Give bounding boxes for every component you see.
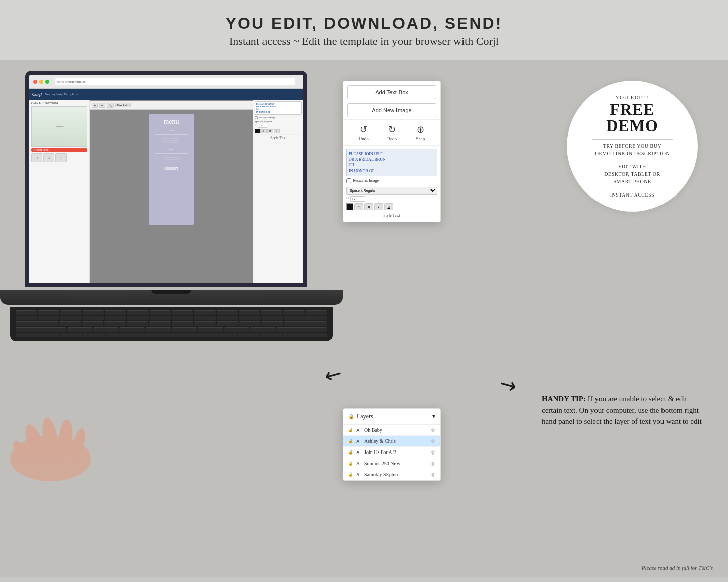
zoom-btn[interactable]: 🔍 — [107, 103, 114, 108]
underline-btn[interactable]: U — [384, 203, 393, 210]
layer-lock-icon-3: 🔒 — [348, 450, 354, 455]
format-row: A B I — [255, 129, 302, 133]
size-row: H 17 — [255, 124, 302, 128]
panel-text-preview: PLEASE JOIN US FOR A BRIDAL BRUNCHIN HON… — [346, 149, 437, 176]
layer-item-oh-baby[interactable]: 🔒 A Oh Baby 🗑 — [343, 425, 440, 436]
demo-edit-with: EDIT WITH — [618, 163, 646, 170]
height-value-input[interactable] — [350, 196, 365, 202]
layers-lock-icon: 🔒 — [348, 414, 354, 419]
demo-smartphone: SMART PHONE — [613, 178, 651, 185]
align-left-btn[interactable]: ≡ — [354, 203, 363, 210]
layer-delete-icon-2[interactable]: 🗑 — [431, 439, 435, 444]
layer-item-ashley-chris[interactable]: 🔒 A Ashley & Chris 🗑 — [343, 436, 440, 447]
page-header: YOU EDIT, DOWNLOAD, SEND! Instant access… — [0, 0, 728, 60]
format-btn-italic[interactable]: I — [274, 129, 280, 133]
browser-chrome: corjl.com/templates — [29, 75, 303, 89]
font-select[interactable]: Spnserit Regular — [346, 187, 437, 195]
menu-entree: entrée — [169, 129, 174, 132]
layer-delete-icon-1[interactable]: 🗑 — [431, 428, 435, 433]
menu-card-title: menu — [163, 118, 179, 126]
app-toolbar: Corjl NoccayParty Templates — [29, 89, 303, 100]
layer-item-supinos[interactable]: 🔒 A Supinos 250 New 🗑 — [343, 458, 440, 469]
browser-address-bar[interactable]: corjl.com/templates — [55, 78, 295, 85]
laptop-keyboard — [10, 307, 333, 341]
redo-btn[interactable]: ⟳ — [99, 103, 105, 108]
resize-label: Resize as Image — [259, 116, 276, 119]
resize-row: Resize as Image — [255, 116, 302, 119]
size-inputs-row: H — [346, 196, 437, 202]
order-id: Order Id: 1509758194 — [31, 102, 87, 105]
footer-note: Please read ad in full for T&C's — [642, 565, 713, 571]
layer-lock-icon-2: 🔒 — [348, 439, 354, 443]
menu-main: main — [169, 148, 173, 151]
demo-divider-1 — [592, 139, 673, 140]
redo-control[interactable]: ↻ Redo — [387, 124, 397, 141]
laptop-base — [0, 290, 343, 305]
text-preview-content: PLEASE JOIN US FOR A BRIDAL BRUNCHIN HON… — [256, 103, 300, 113]
panel-action-btn-3[interactable]: ✓ — [55, 153, 67, 162]
footer-text: Please read ad in full for T&C's — [642, 565, 713, 571]
laptop-image: corjl.com/templates Corjl NoccayParty Te… — [0, 60, 363, 514]
demo-you-edit-label: YOU EDIT ! — [615, 94, 649, 100]
resize-image-checkbox[interactable] — [346, 178, 351, 183]
panel-action-btn-2[interactable]: ⊕ — [43, 153, 54, 162]
snap-label: Snap — [416, 136, 425, 141]
layer-name-ashley-chris: Ashley & Chris — [364, 438, 429, 444]
layers-header-left: 🔒 Layers — [348, 413, 373, 420]
layer-delete-icon-3[interactable]: 🗑 — [431, 450, 435, 455]
menu-divider-2 — [155, 153, 188, 154]
resize-image-row: Resize as Image — [346, 178, 437, 183]
italic-btn[interactable]: I — [374, 203, 383, 210]
height-input[interactable]: 17 — [258, 124, 267, 128]
undo-control[interactable]: ↺ Undo — [359, 124, 369, 141]
demo-devices: DESKTOP, TABLET OR — [604, 170, 660, 178]
layer-item-saturday[interactable]: 🔒 A Saturday SEptem 🗑 — [343, 469, 440, 480]
text-preview-box: PLEASE JOIN US FOR A BRIDAL BRUNCHIN HON… — [255, 101, 302, 115]
browser-close-dot — [33, 80, 37, 84]
resize-checkbox[interactable] — [255, 116, 258, 119]
color-swatch[interactable] — [255, 129, 260, 133]
layer-item-join-us[interactable]: 🔒 A Join Us For A B 🗑 — [343, 447, 440, 458]
style-text-label: Style Text — [255, 134, 302, 141]
handy-tip-label: HANDY TIP: — [542, 395, 586, 403]
layer-type-3: A — [356, 450, 362, 455]
snap-control[interactable]: ⊕ Snap — [416, 124, 425, 141]
layer-lock-icon-1: 🔒 — [348, 428, 354, 432]
layer-type-1: A — [356, 428, 362, 433]
text-editor-panel: PLEASE JOIN US FOR A BRIDAL BRUNCHIN HON… — [253, 100, 303, 283]
app-subtitle: NoccayParty Templates — [45, 92, 78, 96]
add-new-image-button[interactable]: Add New Image — [347, 103, 436, 117]
menu-dessert-label: dessert — [164, 165, 178, 171]
format-btn-A[interactable]: A — [260, 129, 267, 133]
demo-divider-2 — [592, 160, 673, 160]
layer-lock-icon-5: 🔒 — [348, 472, 354, 477]
undo-label: Undo — [359, 136, 369, 141]
panel-action-btn-1[interactable]: ⟲ — [31, 153, 42, 162]
layers-title: Layers — [357, 413, 373, 420]
canvas-area: ⟲ ⟳ 🔍 Page 1 of 1 menu entrée — — — — — … — [90, 100, 253, 283]
header-subtitle: Instant access ~ Edit the template in yo… — [10, 35, 718, 48]
layers-header: 🔒 Layers ▾ — [343, 409, 440, 425]
add-text-box-button[interactable]: Add Text Box — [347, 85, 436, 99]
panel-icons-row: ↺ Undo ↻ Redo ⊕ Snap — [343, 119, 440, 145]
font-label: Spnserit Regular — [255, 120, 302, 123]
app-content: Order Id: 1509758194 Template INCOMPLETE… — [29, 100, 303, 283]
layer-delete-icon-5[interactable]: 🗑 — [431, 472, 435, 477]
browser-minimize-dot — [39, 80, 43, 84]
layers-chevron-icon[interactable]: ▾ — [432, 413, 435, 420]
format-btn-bold[interactable]: B — [267, 129, 273, 133]
main-content: corjl.com/templates Corjl NoccayParty Te… — [0, 60, 728, 577]
template-thumbnail: Template — [31, 106, 87, 147]
layer-delete-icon-4[interactable]: 🗑 — [431, 461, 435, 466]
incomplete-badge: INCOMPLETE — [31, 148, 87, 152]
color-picker[interactable] — [346, 203, 353, 210]
layer-name-oh-baby: Oh Baby — [364, 427, 429, 433]
demo-free-label: FREE — [610, 101, 654, 117]
undo-btn[interactable]: ⟲ — [92, 103, 98, 108]
arrow-right: ↙ — [495, 370, 521, 400]
bold-btn[interactable]: B — [364, 203, 373, 210]
left-panel: Order Id: 1509758194 Template INCOMPLETE… — [29, 100, 90, 283]
layer-type-5: A — [356, 472, 362, 477]
resize-image-label: Resize as Image — [353, 178, 379, 183]
demo-circle: YOU EDIT ! FREE DEMO TRY BEFORE YOU BUY … — [567, 81, 698, 212]
